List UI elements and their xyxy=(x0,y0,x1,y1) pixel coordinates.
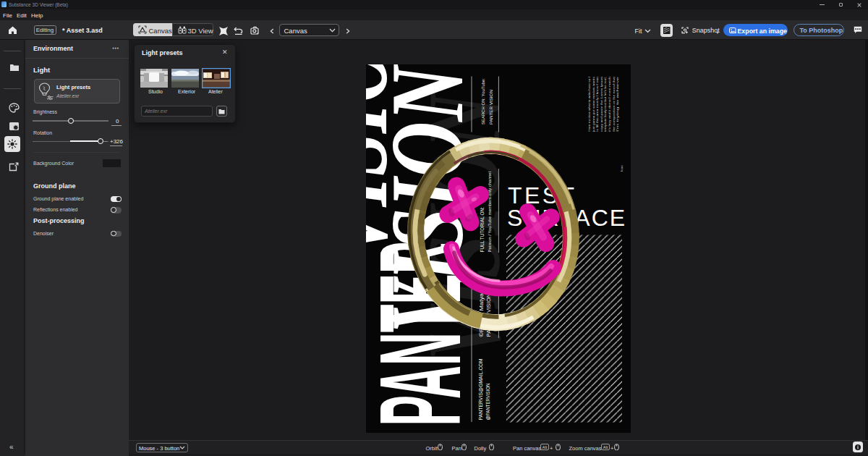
svg-text:VISION: VISION xyxy=(366,64,409,258)
svg-text:I'm trying to achieve: I'm trying to achieve xyxy=(616,75,619,131)
svg-text:@PANTERVISION: @PANTERVISION xyxy=(485,383,490,420)
svg-text:FULL TUTORIAL ON:: FULL TUTORIAL ON: xyxy=(480,206,485,252)
svg-text:Patreon / YouTube members only: Patreon / YouTube members only channel xyxy=(488,171,492,252)
svg-text:here.: here. xyxy=(620,164,624,172)
svg-text:PANTERVIS@GMAIL.COM: PANTERVIS@GMAIL.COM xyxy=(478,358,483,420)
svg-text:SEARCH ON: YouTube:: SEARCH ON: YouTube: xyxy=(481,77,485,124)
svg-text:it's lazy and it doesn't even: it's lazy and it doesn't even match xyxy=(608,76,611,132)
svg-text:PANTER VISION: PANTER VISION xyxy=(489,90,493,124)
svg-text:just gonna put some random wor: just gonna put some random words xyxy=(592,77,595,132)
svg-text:the composition or the mood th: the composition or the mood that xyxy=(612,76,616,132)
svg-text:template body text but let's b: template body text but let's be real, xyxy=(603,77,607,132)
svg-text:copy and paste the Lorem Ipsum: copy and paste the Lorem Ipsum xyxy=(600,76,603,131)
svg-text:Here no idea what to write her: Here no idea what to write here so I xyxy=(587,77,591,132)
svg-text:to fill this area mostly I kno: to fill this area mostly I know I can xyxy=(595,76,599,132)
